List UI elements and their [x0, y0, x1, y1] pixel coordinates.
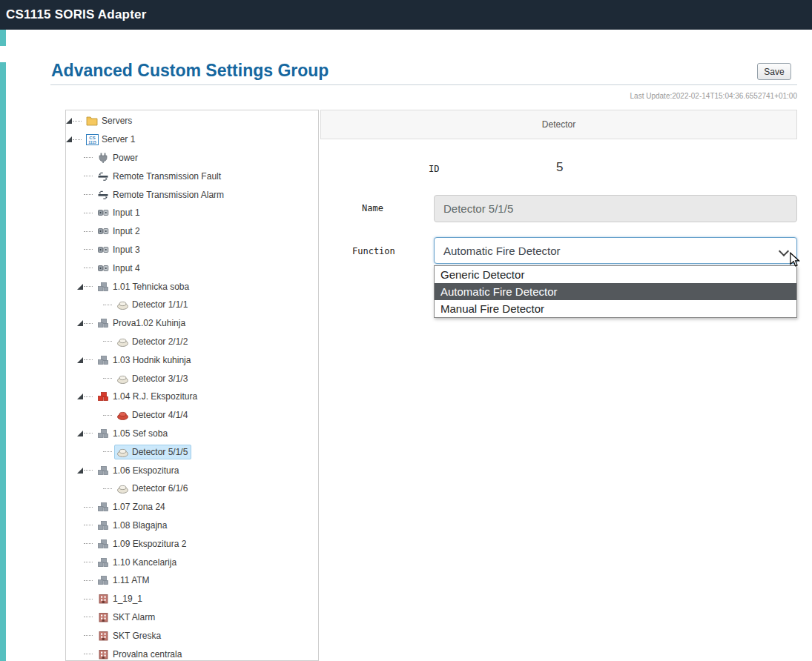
- name-label: Name: [362, 203, 383, 213]
- tree-item[interactable]: Detector 3/1/3: [66, 369, 318, 388]
- tree-item[interactable]: Input 4: [66, 259, 318, 277]
- tree-item-label: 1.10 Kancelarija: [113, 557, 176, 568]
- tree-item-content[interactable]: CS1115Server 1: [84, 132, 139, 147]
- tree-item-label: Power: [113, 153, 138, 163]
- title-divider: [50, 84, 797, 85]
- tree-item[interactable]: Remote Transmission Alarm: [66, 185, 318, 204]
- expand-collapse-icon[interactable]: [77, 468, 83, 474]
- tree-item-content[interactable]: Input 2: [95, 224, 144, 239]
- tree-item[interactable]: Servers: [66, 112, 318, 130]
- tree-item[interactable]: Detector 5/1/5: [66, 442, 318, 461]
- tree-item-selected[interactable]: Detector 5/1/5: [114, 445, 191, 459]
- tree-item-label: Detector 2/1/2: [132, 336, 188, 347]
- tree-item-label: Remote Transmission Fault: [113, 171, 221, 182]
- tree-connector: [103, 488, 112, 489]
- tree-item[interactable]: Provalna centrala: [66, 645, 318, 661]
- tree-item-content[interactable]: Input 1: [95, 205, 144, 220]
- tree-item-content[interactable]: 1.11 ATM: [95, 573, 154, 588]
- dropdown-option[interactable]: Automatic Fire Detector: [435, 283, 796, 300]
- tree-item[interactable]: 1.03 Hodnik kuhinja: [66, 351, 318, 369]
- tree-item-content[interactable]: Detector 6/1/6: [114, 481, 191, 496]
- tree-item[interactable]: 1.11 ATM: [66, 571, 318, 590]
- tree-item[interactable]: 1.04 R.J. Ekspozitura: [66, 388, 318, 406]
- svg-text:CS: CS: [89, 135, 95, 139]
- tree-item-label: SKT Greska: [113, 631, 161, 641]
- tree-item-content[interactable]: 1.07 Zona 24: [95, 499, 169, 514]
- tree-connector: [84, 323, 93, 324]
- expand-collapse-icon[interactable]: [77, 320, 83, 326]
- tree-item[interactable]: 1.08 Blagajna: [66, 516, 318, 535]
- expand-collapse-icon[interactable]: [66, 118, 72, 124]
- tree-item[interactable]: SKT Alarm: [66, 608, 318, 627]
- tree-item-content[interactable]: Input 3: [95, 242, 144, 257]
- tree-item-label: Input 3: [113, 245, 140, 255]
- zone-icon: [96, 281, 110, 293]
- tree-item-content[interactable]: 1.01 Tehnicka soba: [95, 279, 193, 294]
- function-select[interactable]: Automatic Fire Detector: [434, 237, 797, 264]
- tree-item-content[interactable]: 1.09 Ekspozitura 2: [95, 537, 190, 551]
- tree-item[interactable]: 1.10 Kancelarija: [66, 553, 318, 571]
- tree-item-content[interactable]: Input 4: [95, 261, 144, 276]
- tree-item-content[interactable]: Servers: [84, 113, 136, 128]
- tree-connector: [84, 525, 93, 525]
- tree-item[interactable]: Prova1.02 Kuhinja: [66, 314, 318, 333]
- tree-item[interactable]: 1.06 Ekspozitura: [66, 461, 318, 479]
- tree-connector: [84, 543, 93, 544]
- zone-icon: [96, 519, 110, 531]
- save-button[interactable]: Save: [757, 63, 791, 80]
- tree-connector: [84, 580, 93, 581]
- dropdown-option[interactable]: Manual Fire Detector: [435, 300, 796, 317]
- tree-item-content[interactable]: Remote Transmission Alarm: [95, 187, 228, 202]
- expand-collapse-icon[interactable]: [77, 357, 83, 363]
- detector-icon: [116, 446, 129, 458]
- expand-collapse-icon[interactable]: [77, 431, 83, 436]
- tree-item[interactable]: Input 3: [66, 241, 318, 259]
- tree-item-content[interactable]: 1.08 Blagajna: [95, 518, 171, 533]
- expand-collapse-icon[interactable]: [77, 284, 83, 290]
- tree-item-content[interactable]: Detector 1/1/1: [114, 297, 191, 312]
- tree-item[interactable]: SKT Greska: [66, 626, 318, 645]
- zone-icon: [96, 317, 110, 329]
- tree-item-content[interactable]: SKT Greska: [95, 628, 165, 643]
- tree-item[interactable]: Detector 2/1/2: [66, 333, 318, 351]
- tree-item-content[interactable]: Detector 4/1/4: [114, 408, 191, 422]
- tree-item-content[interactable]: Detector 3/1/3: [114, 371, 191, 386]
- tree-item-content[interactable]: Power: [95, 150, 142, 165]
- tree-item-content[interactable]: SKT Alarm: [95, 610, 159, 625]
- tree-item[interactable]: Input 2: [66, 222, 318, 241]
- tree-item-content[interactable]: 1.04 R.J. Ekspozitura: [95, 389, 201, 404]
- tree-item[interactable]: Detector 1/1/1: [66, 296, 318, 314]
- tree-item-content[interactable]: Provalna centrala: [95, 647, 185, 661]
- name-input[interactable]: Detector 5/1/5: [434, 195, 797, 222]
- tree-item[interactable]: Detector 4/1/4: [66, 406, 318, 425]
- tree-item-content[interactable]: 1.03 Hodnik kuhinja: [95, 353, 194, 368]
- zone-icon: [96, 391, 110, 402]
- tree-item-label: Detector 3/1/3: [132, 373, 188, 384]
- tree-item-content[interactable]: 1_19_1: [95, 591, 146, 606]
- tree-item-content[interactable]: 1.10 Kancelarija: [95, 555, 180, 570]
- tree-item[interactable]: 1.05 Sef soba: [66, 425, 318, 443]
- expand-collapse-icon[interactable]: [66, 136, 72, 142]
- tree-item[interactable]: Remote Transmission Fault: [66, 167, 318, 185]
- expand-collapse-icon[interactable]: [77, 393, 83, 399]
- tree-item[interactable]: 1.01 Tehnicka soba: [66, 277, 318, 296]
- tree-item[interactable]: 1.07 Zona 24: [66, 498, 318, 516]
- tree-item-label: Detector 5/1/5: [132, 447, 188, 457]
- tree-connector: [84, 654, 93, 654]
- tree-item-content[interactable]: Remote Transmission Fault: [95, 169, 225, 184]
- tree-item[interactable]: Power: [66, 149, 318, 167]
- panel-icon: [96, 593, 110, 605]
- tree-item-content[interactable]: 1.06 Ekspozitura: [95, 463, 182, 478]
- dropdown-option[interactable]: Generic Detector: [435, 266, 796, 283]
- app-window: CS1115 SORIS Adapter Advanced Custom Set…: [0, 0, 812, 661]
- tree-item[interactable]: Detector 6/1/6: [66, 479, 318, 498]
- tree-item[interactable]: CS1115Server 1: [66, 130, 318, 149]
- tree-item[interactable]: 1_19_1: [66, 590, 318, 608]
- tree-item[interactable]: Input 1: [66, 204, 318, 222]
- detail-panel-title: Detector: [542, 119, 575, 130]
- tree-item-content[interactable]: 1.05 Sef soba: [95, 426, 171, 441]
- tree-item-content[interactable]: Prova1.02 Kuhinja: [95, 316, 189, 330]
- tree-item[interactable]: 1.09 Ekspozitura 2: [66, 534, 318, 553]
- tree-item-content[interactable]: Detector 2/1/2: [114, 334, 191, 349]
- left-edge-notch: [0, 46, 6, 62]
